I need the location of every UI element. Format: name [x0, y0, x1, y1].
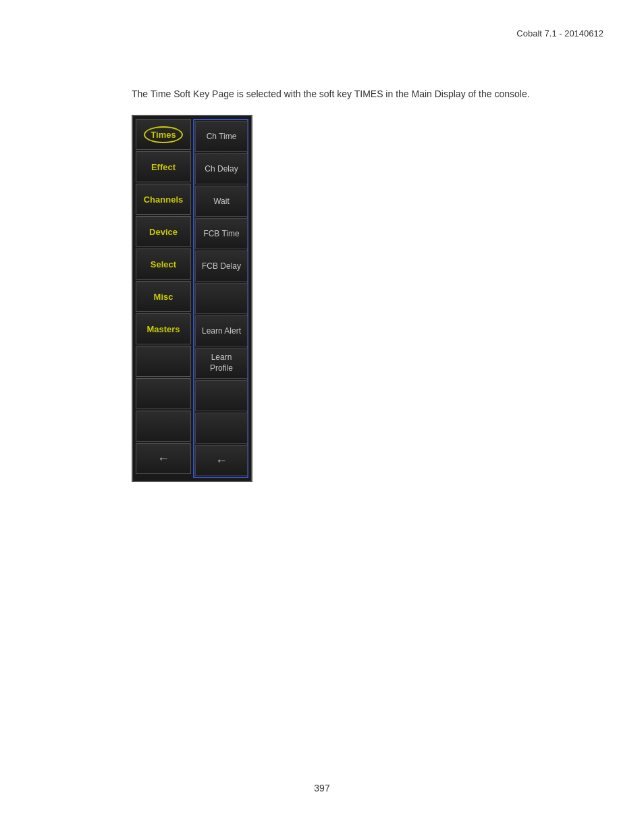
key-learn-profile[interactable]: LearnProfile: [195, 348, 248, 379]
console-panel: Times Effect Channels Device Select Misc…: [132, 115, 252, 482]
description-text: The Time Soft Key Page is selected with …: [132, 88, 603, 101]
key-channels[interactable]: Channels: [136, 184, 191, 215]
key-back-right[interactable]: ←: [195, 445, 248, 476]
key-fcb-time[interactable]: FCB Time: [195, 218, 248, 249]
key-left-empty-2[interactable]: [136, 378, 191, 409]
page-number: 397: [0, 783, 644, 793]
key-right-empty-3[interactable]: [195, 413, 248, 444]
header-title: Cobalt 7.1 - 20140612: [516, 28, 603, 38]
key-effect[interactable]: Effect: [136, 151, 191, 182]
key-left-empty-3[interactable]: [136, 411, 191, 442]
key-misc[interactable]: Misc: [136, 281, 191, 312]
right-column: Ch Time Ch Delay Wait FCB Time FCB Delay…: [193, 119, 248, 478]
key-back-left[interactable]: ←: [136, 443, 191, 474]
left-column: Times Effect Channels Device Select Misc…: [136, 119, 191, 478]
key-masters[interactable]: Masters: [136, 313, 191, 344]
key-left-empty-1[interactable]: [136, 346, 191, 377]
key-ch-delay[interactable]: Ch Delay: [195, 153, 248, 184]
key-wait[interactable]: Wait: [195, 186, 248, 217]
key-right-empty-2[interactable]: [195, 380, 248, 411]
key-times[interactable]: Times: [136, 119, 191, 150]
key-select[interactable]: Select: [136, 249, 191, 280]
key-ch-time[interactable]: Ch Time: [195, 121, 248, 152]
key-right-empty-1[interactable]: [195, 283, 248, 314]
key-device[interactable]: Device: [136, 216, 191, 247]
key-fcb-delay[interactable]: FCB Delay: [195, 251, 248, 282]
key-learn-alert[interactable]: Learn Alert: [195, 315, 248, 346]
